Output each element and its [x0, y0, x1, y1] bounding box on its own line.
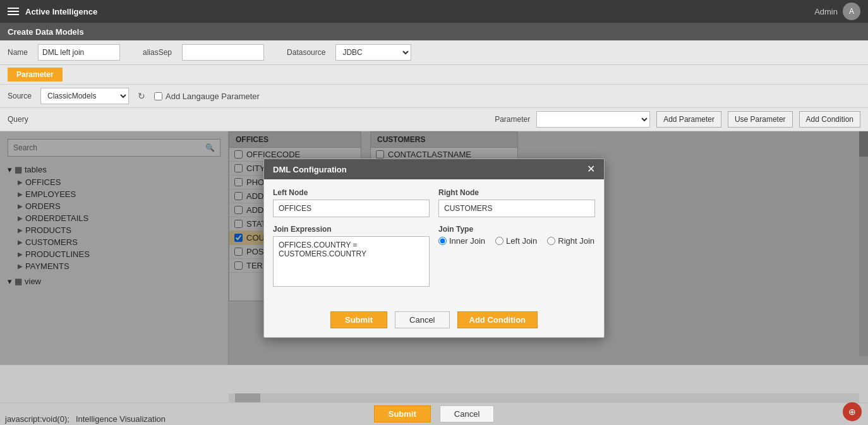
join-type-col: Join Type Inner Join Left Join	[438, 225, 595, 289]
user-label: Admin	[814, 7, 838, 16]
right-join-label[interactable]: Right Join	[547, 236, 594, 246]
join-type-label: Join Type	[438, 225, 595, 234]
horizontal-scrollbar[interactable]	[229, 393, 859, 402]
modal-title: DML Configuration	[273, 165, 347, 174]
add-param-button[interactable]: Add Parameter	[656, 111, 721, 128]
footer-submit-button[interactable]: Submit	[374, 405, 431, 422]
intel-viz-button[interactable]: ⊕	[843, 402, 862, 421]
alias-label: aliasSep	[143, 48, 172, 57]
app-title: Active Intelligence	[25, 7, 97, 16]
modal-submit-button[interactable]: Submit	[330, 311, 387, 328]
top-nav: Active Intelligence Admin A	[0, 0, 868, 23]
add-lang-checkbox[interactable]	[154, 92, 162, 100]
refresh-icon[interactable]: ↻	[138, 91, 145, 101]
join-expr-label: Join Expression	[273, 225, 430, 234]
modal-close-button[interactable]: ✕	[587, 164, 595, 174]
right-join-text: Right Join	[558, 236, 594, 246]
param-dropdown[interactable]	[536, 111, 650, 128]
left-join-text: Left Join	[506, 236, 537, 246]
param-tab-row: Parameter	[0, 65, 868, 85]
modal-add-condition-button[interactable]: Add Condition	[457, 311, 538, 328]
datasource-label: Datasource	[287, 48, 325, 57]
dml-config-modal: DML Configuration ✕ Left Node Right Node	[263, 159, 605, 338]
right-join-radio[interactable]	[547, 237, 555, 245]
left-node-input[interactable]	[273, 200, 430, 217]
modal-header: DML Configuration ✕	[264, 159, 604, 179]
modal-cancel-button[interactable]: Cancel	[395, 311, 449, 328]
sub-header-title: Create Data Models	[8, 27, 84, 37]
form-row: Name aliasSep Datasource JDBC	[0, 40, 868, 65]
add-lang-checkbox-group: Add Langauge Parameter	[154, 92, 260, 101]
right-node-label: Right Node	[438, 188, 595, 197]
intel-viz-label: Intelligence Visualization	[76, 414, 166, 424]
right-node-input[interactable]	[438, 200, 595, 217]
status-text: javascript:void(0);	[5, 414, 69, 424]
name-label: Name	[8, 48, 28, 57]
nav-left: Active Intelligence	[8, 7, 97, 16]
datasource-select[interactable]: JDBC	[335, 44, 411, 61]
footer-cancel-button[interactable]: Cancel	[440, 405, 494, 422]
join-expr-col: Join Expression OFFICES.COUNTRY = CUSTOM…	[273, 225, 430, 289]
right-node-col: Right Node	[438, 188, 595, 217]
query-row: Query Parameter Add Parameter Use Parame…	[0, 108, 868, 131]
join-type-row: Inner Join Left Join Right Join	[438, 236, 595, 248]
param-label: Parameter	[495, 115, 530, 124]
h-scroll-thumb[interactable]	[235, 393, 260, 402]
sub-header: Create Data Models	[0, 23, 868, 40]
modal-body: Left Node Right Node Join Expression OFF…	[264, 179, 604, 305]
modal-overlay: DML Configuration ✕ Left Node Right Node	[0, 131, 868, 365]
modal-expr-row: Join Expression OFFICES.COUNTRY = CUSTOM…	[273, 225, 595, 289]
avatar[interactable]: A	[843, 3, 860, 20]
add-condition-header-button[interactable]: Add Condition	[799, 111, 860, 128]
add-lang-label: Add Langauge Parameter	[166, 92, 260, 101]
hamburger-icon[interactable]	[8, 8, 19, 15]
name-input[interactable]	[38, 44, 120, 61]
left-node-label: Left Node	[273, 188, 430, 197]
main-content: 🔍 ▾ ▦ tables ▶ OFFICES ▶ EMPLOYEES ▶ ORD…	[0, 131, 868, 365]
query-label: Query	[8, 115, 28, 124]
left-join-label[interactable]: Left Join	[495, 236, 537, 246]
source-row: Source ClassicModels ↻ Add Langauge Para…	[0, 85, 868, 108]
modal-footer: Submit Cancel Add Condition	[264, 305, 604, 337]
nav-right: Admin A	[814, 3, 860, 20]
parameter-tab-button[interactable]: Parameter	[8, 68, 63, 81]
inner-join-radio[interactable]	[438, 237, 447, 245]
join-expr-textarea[interactable]: OFFICES.COUNTRY = CUSTOMERS.COUNTRY	[273, 236, 430, 287]
status-bar: javascript:void(0); Intelligence Visuali…	[0, 413, 171, 425]
use-param-button[interactable]: Use Parameter	[728, 111, 793, 128]
inner-join-text: Inner Join	[449, 236, 485, 246]
inner-join-label[interactable]: Inner Join	[438, 236, 485, 246]
modal-nodes-row: Left Node Right Node	[273, 188, 595, 217]
source-select[interactable]: ClassicModels	[40, 88, 129, 104]
left-node-col: Left Node	[273, 188, 430, 217]
left-join-radio[interactable]	[495, 237, 503, 245]
source-label: Source	[8, 92, 32, 100]
alias-input[interactable]	[182, 44, 264, 61]
